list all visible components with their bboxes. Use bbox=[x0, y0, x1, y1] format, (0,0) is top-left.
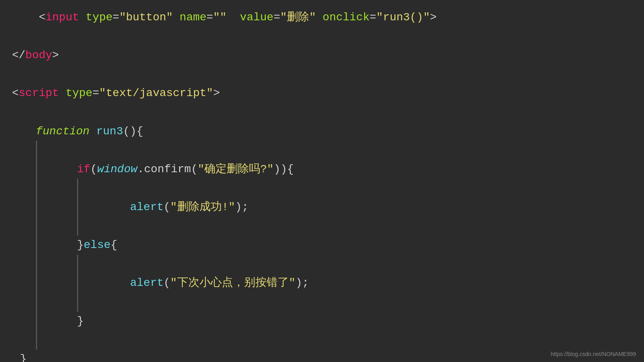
keyword-if: if bbox=[77, 160, 91, 179]
keyword-function: function bbox=[36, 122, 89, 141]
line-empty-5 bbox=[78, 179, 249, 198]
line-alert2: alert("下次小心点，别按错了"); bbox=[78, 273, 309, 293]
else-block: alert("下次小心点，别按错了"); bbox=[37, 255, 632, 312]
val-delete: "删除" bbox=[280, 8, 316, 27]
line-if: if(window.confirm("确定删除吗?")){ bbox=[37, 160, 632, 179]
watermark: https://blog.csdn.net/NONAME999 bbox=[551, 351, 636, 357]
attr-onclick: onclick bbox=[323, 8, 370, 27]
line-close-function: } bbox=[12, 350, 632, 362]
line-empty-1 bbox=[12, 27, 632, 46]
val-text-js: "text/javascript" bbox=[99, 84, 213, 103]
alert-fn-1: alert bbox=[130, 198, 164, 217]
keyword-else: else bbox=[84, 236, 111, 255]
line-empty-8 bbox=[78, 293, 309, 312]
attr-value: value bbox=[240, 8, 273, 27]
line-script-open: <script type="text/javascript"> bbox=[12, 84, 632, 103]
script-open-bracket: < bbox=[12, 84, 19, 103]
val-button: "button" bbox=[119, 8, 173, 27]
close-brace-inner: } bbox=[77, 312, 84, 331]
val-run3: "run3()" bbox=[376, 8, 430, 27]
line-else: }else{ bbox=[37, 236, 632, 255]
line-empty-7 bbox=[78, 255, 309, 274]
body-open-bracket: </ bbox=[12, 46, 26, 65]
attr-name: name bbox=[180, 8, 206, 27]
code-display: <input type="button" name="" value="删除" … bbox=[0, 0, 644, 362]
close-bracket: > bbox=[430, 8, 437, 27]
func-name-run3: run3 bbox=[96, 122, 123, 141]
line-body-close: </body> bbox=[12, 46, 632, 65]
tag-body: body bbox=[26, 46, 52, 65]
alert-fn-2: alert bbox=[130, 273, 164, 293]
line-close-else: } bbox=[37, 312, 632, 331]
tag-script: script bbox=[19, 84, 59, 103]
line-empty-4 bbox=[37, 141, 632, 160]
script-close-bracket: > bbox=[213, 84, 220, 103]
body-close-bracket: > bbox=[52, 46, 59, 65]
bracket: < bbox=[12, 8, 45, 27]
line-empty-2 bbox=[12, 65, 632, 84]
close-brace-outer: } bbox=[20, 350, 27, 362]
alert1-string: "删除成功!" bbox=[170, 198, 235, 217]
confirm-string: "确定删除吗?" bbox=[198, 160, 273, 179]
line-empty-6 bbox=[78, 217, 249, 236]
tag-input: input bbox=[45, 8, 79, 27]
indent-block: if(window.confirm("确定删除吗?")){ alert("删除成… bbox=[12, 141, 632, 350]
if-block: alert("删除成功!"); bbox=[37, 179, 632, 236]
line-input-tag: <input type="button" name="" value="删除" … bbox=[12, 8, 632, 27]
attr-type: type bbox=[86, 8, 113, 27]
attr-script-type: type bbox=[65, 84, 92, 103]
line-empty-9 bbox=[37, 331, 632, 350]
alert2-string: "下次小心点，别按错了" bbox=[170, 273, 296, 293]
window-obj: window bbox=[97, 160, 137, 179]
line-empty-3 bbox=[12, 103, 632, 122]
line-alert1: alert("删除成功!"); bbox=[78, 198, 249, 217]
val-name-empty: "" bbox=[213, 8, 227, 27]
line-function-decl: function run3(){ bbox=[12, 122, 632, 141]
